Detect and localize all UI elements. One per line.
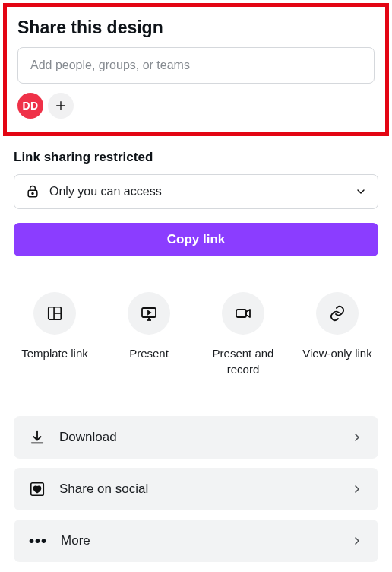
share-panel-highlight: Share this design DD: [3, 3, 389, 136]
video-icon: [234, 304, 252, 323]
svg-point-3: [32, 193, 33, 195]
view-only-option[interactable]: View-only link: [296, 292, 379, 377]
more-button[interactable]: ••• More: [14, 520, 378, 562]
link-sharing-label: Link sharing restricted: [14, 150, 378, 165]
add-person-button[interactable]: [48, 93, 74, 119]
copy-link-button[interactable]: Copy link: [14, 223, 378, 256]
chevron-right-icon: [351, 483, 363, 495]
add-people-input[interactable]: [17, 47, 375, 84]
people-row: DD: [17, 93, 375, 119]
link-icon: [328, 304, 346, 323]
lock-icon: [25, 184, 40, 199]
plus-icon: [55, 100, 67, 112]
chevron-right-icon: [351, 431, 363, 443]
heart-icon: [29, 481, 46, 497]
chevron-down-icon: [355, 186, 367, 198]
action-label: Share on social: [59, 481, 337, 497]
access-text: Only you can access: [49, 185, 346, 199]
svg-rect-11: [236, 310, 246, 317]
download-icon: [29, 429, 46, 446]
avatar[interactable]: DD: [17, 93, 43, 119]
option-label: View-only link: [302, 345, 371, 361]
more-icon: •••: [29, 532, 47, 550]
option-label: Template link: [21, 345, 88, 361]
share-social-button[interactable]: Share on social: [14, 468, 378, 510]
link-sharing-section: Link sharing restricted Only you can acc…: [0, 139, 392, 256]
download-button[interactable]: Download: [14, 416, 378, 459]
present-record-option[interactable]: Present and record: [201, 292, 285, 377]
share-options-row: Template link Present Present and record: [0, 275, 392, 389]
svg-marker-8: [148, 311, 150, 314]
access-select[interactable]: Only you can access: [14, 174, 378, 209]
present-option[interactable]: Present: [107, 292, 191, 377]
action-list: Download Share on social ••• More: [0, 408, 392, 572]
share-title: Share this design: [17, 17, 375, 38]
template-link-option[interactable]: Template link: [13, 292, 96, 377]
action-label: More: [61, 533, 337, 548]
option-label: Present and record: [201, 345, 285, 377]
option-label: Present: [129, 345, 169, 361]
action-label: Download: [59, 430, 337, 445]
present-icon: [140, 304, 158, 323]
template-icon: [46, 305, 63, 322]
chevron-right-icon: [351, 535, 363, 547]
